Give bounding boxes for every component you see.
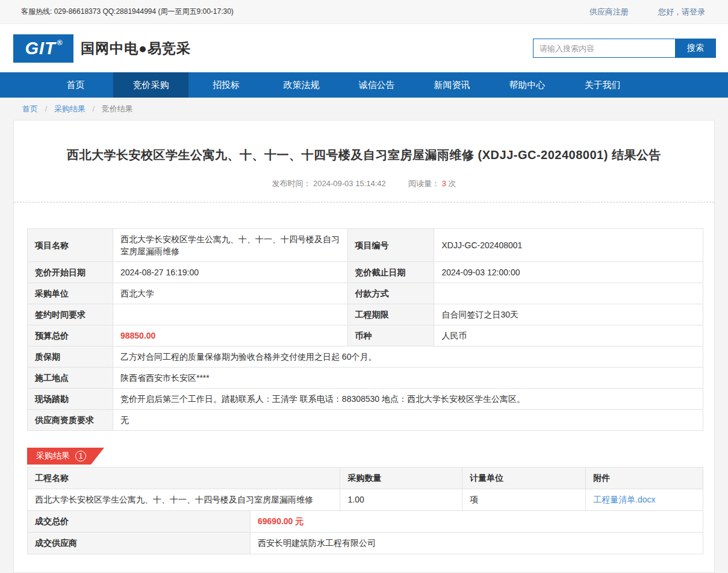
nav-item-bidding-procurement[interactable]: 竞价采购 bbox=[113, 72, 188, 98]
table-row: 签约时间要求 工程期限 自合同签订之日30天 bbox=[28, 304, 703, 325]
views-count: 3 bbox=[442, 179, 446, 188]
field-label: 竞价截止日期 bbox=[347, 262, 434, 283]
field-label: 采购单位 bbox=[28, 283, 113, 304]
field-label: 币种 bbox=[347, 325, 434, 346]
field-label: 预算总价 bbox=[28, 325, 113, 346]
field-label: 项目名称 bbox=[28, 229, 113, 262]
table-row: 竞价开始日期 2024-08-27 16:19:00 竞价截止日期 2024-0… bbox=[28, 262, 703, 283]
field-value-project-number: XDJJ-GC-202408001 bbox=[434, 229, 703, 262]
table-header-row: 工程名称 采购数量 计量单位 附件 bbox=[28, 468, 703, 489]
views-label: 阅读量： bbox=[408, 179, 440, 188]
field-label: 竞价开始日期 bbox=[28, 262, 113, 283]
breadcrumb-section[interactable]: 采购结果 bbox=[54, 104, 86, 113]
field-value-budget-total: 98850.00 bbox=[113, 325, 347, 346]
nav-item-news[interactable]: 新闻资讯 bbox=[414, 72, 490, 98]
breadcrumb-home[interactable]: 首页 bbox=[22, 104, 38, 113]
table-row: 项目名称 西北大学长安校区学生公寓九、十、十一、十四号楼及自习室房屋漏雨维修 项… bbox=[28, 229, 703, 262]
field-label: 供应商资质要求 bbox=[28, 410, 113, 431]
article-meta: 发布时间： 2024-09-03 15:14:42 阅读量： 3 次 bbox=[14, 178, 714, 189]
search-button[interactable]: 搜索 bbox=[675, 39, 716, 58]
field-value-purchaser: 西北大学 bbox=[113, 283, 347, 304]
search-bar: 搜索 bbox=[533, 39, 716, 58]
field-label: 签约时间要求 bbox=[28, 304, 113, 325]
column-header-unit: 计量单位 bbox=[462, 468, 586, 489]
field-value-payment-method bbox=[434, 283, 703, 304]
table-row: 质保期 乙方对合同工程的质量保修期为验收合格并交付使用之日起 60个月。 bbox=[28, 346, 703, 368]
nav-item-help-center[interactable]: 帮助中心 bbox=[490, 72, 565, 98]
table-row: 预算总价 98850.00 币种 人民币 bbox=[28, 325, 703, 346]
field-value-start-date: 2024-08-27 16:19:00 bbox=[113, 262, 347, 283]
table-row: 成交总价 69690.00 元 bbox=[28, 511, 703, 533]
breadcrumb-current: 竞价结果 bbox=[102, 104, 133, 113]
field-value-project-name: 西北大学长安校区学生公寓九、十、十一、十四号楼及自习室房屋漏雨维修 bbox=[113, 229, 347, 262]
table-row: 现场踏勘 竞价开启后第三个工作日。踏勘联系人：王清学 联系电话：88308530… bbox=[28, 389, 703, 410]
content-card: 西北大学长安校区学生公寓九、十、十一、十四号楼及自习室房屋漏雨维修 (XDJJ-… bbox=[13, 120, 715, 573]
result-table: 工程名称 采购数量 计量单位 附件 西北大学长安校区学生公寓九、十、十一、十四号… bbox=[27, 467, 703, 511]
title-divider bbox=[14, 202, 714, 202]
field-value-warranty: 乙方对合同工程的质量保修期为验收合格并交付使用之日起 60个月。 bbox=[113, 346, 703, 368]
field-label: 项目编号 bbox=[347, 229, 434, 262]
field-label: 工程期限 bbox=[347, 304, 434, 325]
supplier-register-link[interactable]: 供应商注册 bbox=[590, 7, 629, 16]
result-count-badge: 1 bbox=[75, 451, 86, 462]
nav-item-policies[interactable]: 政策法规 bbox=[264, 72, 339, 98]
nav-item-integrity-notices[interactable]: 诚信公告 bbox=[339, 72, 414, 98]
deal-supplier-label: 成交供应商 bbox=[28, 533, 250, 554]
table-row: 成交供应商 西安长明建筑防水工程有限公司 bbox=[28, 533, 703, 554]
deal-supplier-value: 西安长明建筑防水工程有限公司 bbox=[250, 533, 703, 554]
project-info-table: 项目名称 西北大学长安校区学生公寓九、十、十一、十四号楼及自习室房屋漏雨维修 项… bbox=[27, 228, 703, 431]
column-header-project-name: 工程名称 bbox=[28, 468, 340, 489]
field-label: 质保期 bbox=[28, 346, 113, 368]
table-row: 供应商资质要求 无 bbox=[28, 410, 703, 431]
field-value-site-survey: 竞价开启后第三个工作日。踏勘联系人：王清学 联系电话：88308530 地点：西… bbox=[113, 389, 703, 410]
field-label: 施工地点 bbox=[28, 368, 113, 389]
main-nav: 首页 竞价采购 招投标 政策法规 诚信公告 新闻资讯 帮助中心 关于我们 bbox=[0, 72, 728, 98]
column-header-quantity: 采购数量 bbox=[340, 468, 462, 489]
site-logo[interactable]: GIT® bbox=[13, 34, 73, 63]
breadcrumb-separator: / bbox=[45, 104, 48, 113]
result-project-name: 西北大学长安校区学生公寓九、十、十一、十四号楼及自习室房屋漏雨维修 bbox=[28, 489, 340, 511]
nav-item-tendering[interactable]: 招投标 bbox=[188, 72, 264, 98]
deal-summary-table: 成交总价 69690.00 元 成交供应商 西安长明建筑防水工程有限公司 bbox=[27, 510, 703, 554]
column-header-attachment: 附件 bbox=[586, 468, 703, 489]
field-value-signing-time bbox=[113, 304, 347, 325]
search-input[interactable] bbox=[533, 39, 675, 58]
nav-item-home[interactable]: 首页 bbox=[38, 72, 113, 98]
top-utility-bar: 客服热线: 029-86618373 QQ:2881944994 (周一至周五9… bbox=[0, 0, 728, 24]
result-unit: 项 bbox=[462, 489, 586, 511]
publish-time-label: 发布时间： bbox=[272, 179, 311, 188]
field-value-deadline: 2024-09-03 12:00:00 bbox=[434, 262, 703, 283]
service-hotline: 客服热线: 029-86618373 QQ:2881944994 (周一至周五9… bbox=[21, 7, 234, 17]
views-unit: 次 bbox=[449, 179, 456, 188]
attachment-link[interactable]: 工程量清单.docx bbox=[593, 495, 655, 504]
result-quantity: 1.00 bbox=[340, 489, 462, 511]
top-links: 供应商注册 您好，请登录 bbox=[562, 7, 705, 17]
logo-text: GIT bbox=[25, 39, 55, 58]
table-row: 采购单位 西北大学 付款方式 bbox=[28, 283, 703, 304]
publish-time-value: 2024-09-03 15:14:42 bbox=[313, 179, 386, 188]
field-value-project-duration: 自合同签订之日30天 bbox=[434, 304, 703, 325]
deal-price-label: 成交总价 bbox=[28, 511, 250, 533]
deal-price-value: 69690.00 元 bbox=[250, 511, 703, 533]
table-row: 西北大学长安校区学生公寓九、十、十一、十四号楼及自习室房屋漏雨维修 1.00 项… bbox=[28, 489, 703, 511]
field-label: 付款方式 bbox=[347, 283, 434, 304]
brand-title: 国网中电●易竞采 bbox=[81, 39, 191, 58]
field-value-currency: 人民币 bbox=[434, 325, 703, 346]
site-header: GIT® 国网中电●易竞采 搜索 bbox=[0, 24, 728, 72]
breadcrumb: 首页 / 采购结果 / 竞价结果 bbox=[0, 98, 728, 120]
page-title: 西北大学长安校区学生公寓九、十、十一、十四号楼及自习室房屋漏雨维修 (XDJJ-… bbox=[14, 121, 714, 163]
field-value-construction-site: 陕西省西安市长安区**** bbox=[113, 368, 703, 389]
login-link[interactable]: 您好，请登录 bbox=[658, 7, 705, 16]
procurement-result-badge: 采购结果 1 bbox=[27, 448, 104, 465]
table-row: 施工地点 陕西省西安市长安区**** bbox=[28, 368, 703, 389]
nav-item-about-us[interactable]: 关于我们 bbox=[565, 72, 640, 98]
result-badge-label: 采购结果 bbox=[36, 451, 70, 462]
field-label: 现场踏勘 bbox=[28, 389, 113, 410]
registered-trademark-icon: ® bbox=[57, 39, 63, 47]
breadcrumb-separator: / bbox=[93, 104, 95, 113]
field-value-supplier-qualification: 无 bbox=[113, 410, 703, 431]
